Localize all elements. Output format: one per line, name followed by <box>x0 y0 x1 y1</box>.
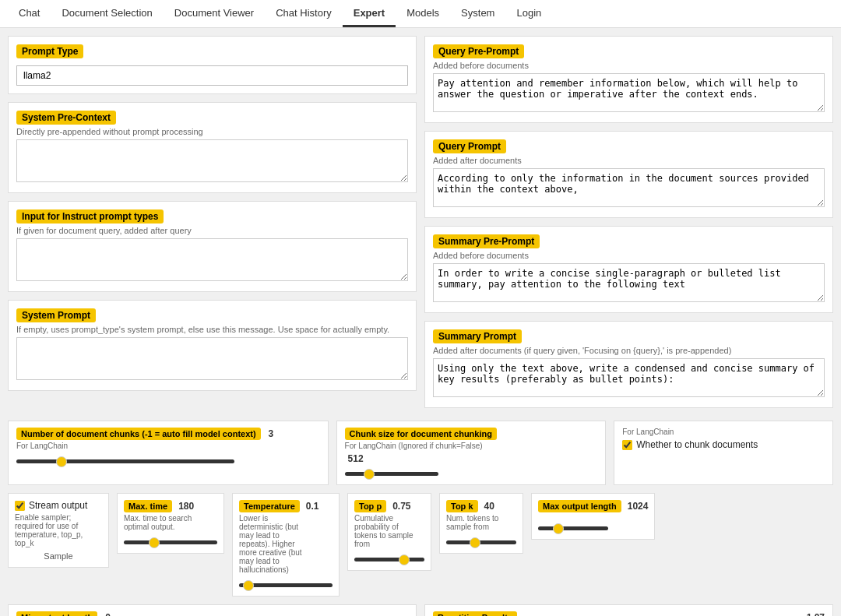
query-pre-prompt-label: Query Pre-Prompt <box>433 44 524 58</box>
temperature-label: Temperature <box>239 500 300 512</box>
system-pre-context-input[interactable] <box>16 139 408 182</box>
summary-prompt-label: Summary Prompt <box>433 329 522 343</box>
system-pre-context-section: System Pre-Context Directly pre-appended… <box>8 102 417 193</box>
chunk-size-label: Chunk size for document chunking <box>345 428 497 440</box>
langchain-chunk-checkbox[interactable] <box>622 440 632 450</box>
top-p-value: 0.75 <box>392 501 410 512</box>
max-output-section: Max output length 1024 <box>531 493 655 540</box>
nav-chat[interactable]: Chat <box>8 1 51 27</box>
system-prompt-input[interactable] <box>16 337 408 380</box>
max-output-slider[interactable] <box>538 526 608 530</box>
left-panel: Prompt Type llama2 System Pre-Context Di… <box>8 36 417 408</box>
summary-pre-prompt-label: Summary Pre-Prompt <box>433 234 540 248</box>
doc-chunks-section: Number of document chunks (-1 = auto fil… <box>8 421 329 485</box>
prompt-type-section: Prompt Type llama2 <box>8 36 417 94</box>
system-pre-context-label: System Pre-Context <box>16 111 116 125</box>
nav-models[interactable]: Models <box>396 1 450 27</box>
doc-chunks-label: Number of document chunks (-1 = auto fil… <box>16 428 261 440</box>
top-k-section: Top k 40 Num. tokens to sample from <box>439 493 523 554</box>
query-prompt-label: Query Prompt <box>433 139 506 153</box>
chunk-size-section: Chunk size for document chunking For Lan… <box>336 421 607 485</box>
nav-document-selection[interactable]: Document Selection <box>51 1 163 27</box>
query-pre-prompt-sub: Added before documents <box>433 61 825 70</box>
stream-output-label: Stream output <box>29 500 87 511</box>
doc-chunks-value: 3 <box>269 428 274 439</box>
rep-penalty-section: Repetition Penalty 1.07 <box>424 604 833 616</box>
system-prompt-section: System Prompt If empty, uses prompt_type… <box>8 300 417 391</box>
summary-prompt-sub: Added after documents (if query given, '… <box>433 346 825 355</box>
langchain-chunk-checkbox-group: Whether to chunk documents <box>622 439 825 450</box>
min-output-label: Min output length <box>16 611 97 616</box>
stream-output-checkbox[interactable] <box>15 501 25 511</box>
query-prompt-input[interactable] <box>433 168 825 207</box>
right-panel: Query Pre-Prompt Added before documents … <box>424 36 833 408</box>
input-instruct-input[interactable] <box>16 238 408 281</box>
top-p-label: Top p <box>354 500 386 512</box>
stream-output-sub: Enable sampler; required for use of temp… <box>15 513 100 547</box>
top-k-label: Top k <box>446 500 478 512</box>
langchain-chunk-checkbox-label: Whether to chunk documents <box>636 439 758 450</box>
min-output-section: Min output length 0 <box>8 604 417 616</box>
summary-pre-prompt-section: Summary Pre-Prompt Added before document… <box>424 226 833 313</box>
chunk-size-value: 512 <box>348 453 364 464</box>
query-prompt-sub: Added after documents <box>433 156 825 165</box>
summary-prompt-section: Summary Prompt Added after documents (if… <box>424 321 833 408</box>
nav-login[interactable]: Login <box>505 1 552 27</box>
prompt-type-select[interactable]: llama2 <box>16 65 408 86</box>
bottom-row2: Stream output Enable sampler; required f… <box>0 490 841 601</box>
doc-chunks-slider[interactable] <box>16 459 234 463</box>
max-time-label: Max. time <box>124 500 172 512</box>
min-output-value: 0 <box>105 612 111 616</box>
max-time-value: 180 <box>178 501 194 512</box>
max-output-label: Max output length <box>538 500 621 512</box>
bottom-row1: Number of document chunks (-1 = auto fil… <box>0 416 841 490</box>
langchain-label: For LangChain <box>622 428 825 436</box>
summary-prompt-input[interactable] <box>433 358 825 397</box>
max-time-section: Max. time 180 Max. time to search optima… <box>117 493 224 554</box>
nav-expert[interactable]: Expert <box>343 1 396 27</box>
top-p-section: Top p 0.75 Cumulative probability of tok… <box>347 493 431 571</box>
query-pre-prompt-input[interactable] <box>433 73 825 112</box>
top-k-sub: Num. tokens to sample from <box>446 514 508 531</box>
stream-output-sub2: Sample <box>15 551 102 561</box>
max-time-sub: Max. time to search optimal output. <box>124 514 194 531</box>
temperature-section: Temperature 0.1 Lower is deterministic (… <box>232 493 340 597</box>
system-prompt-label: System Prompt <box>16 308 96 322</box>
top-k-value: 40 <box>484 501 494 512</box>
stream-output-section: Stream output Enable sampler; required f… <box>8 493 109 568</box>
bottom-row3: Min output length 0 Repetition Penalty 1… <box>0 601 841 616</box>
temperature-value: 0.1 <box>306 501 319 512</box>
top-p-sub: Cumulative probability of tokens to samp… <box>354 514 417 548</box>
query-pre-prompt-section: Query Pre-Prompt Added before documents <box>424 36 833 123</box>
main-content: Prompt Type llama2 System Pre-Context Di… <box>0 28 841 416</box>
temperature-slider[interactable] <box>239 583 333 587</box>
top-k-slider[interactable] <box>446 540 516 544</box>
input-instruct-section: Input for Instruct prompt types If given… <box>8 201 417 292</box>
chunk-size-slider[interactable] <box>345 472 438 476</box>
nav-system[interactable]: System <box>450 1 505 27</box>
max-time-slider[interactable] <box>124 540 217 544</box>
max-output-value: 1024 <box>628 501 649 512</box>
query-prompt-section: Query Prompt Added after documents <box>424 131 833 218</box>
nav-document-viewer[interactable]: Document Viewer <box>164 1 265 27</box>
summary-pre-prompt-sub: Added before documents <box>433 251 825 260</box>
stream-output-group: Stream output <box>15 500 102 511</box>
system-pre-context-sub: Directly pre-appended without prompt pro… <box>16 127 408 136</box>
doc-chunks-sub: For LangChain <box>16 442 320 450</box>
chunk-size-sub: For LangChain (Ignored if chunk=False) <box>345 442 598 450</box>
input-instruct-sub: If given for document query, added after… <box>16 226 408 235</box>
langchain-chunk-section: For LangChain Whether to chunk documents <box>614 421 833 485</box>
input-instruct-label: Input for Instruct prompt types <box>16 209 164 224</box>
nav-chat-history[interactable]: Chat History <box>265 1 343 27</box>
rep-penalty-label: Repetition Penalty <box>433 611 517 616</box>
system-prompt-sub: If empty, uses prompt_type's system prom… <box>16 325 408 334</box>
rep-penalty-value: 1.07 <box>807 612 825 616</box>
prompt-type-label: Prompt Type <box>16 44 83 58</box>
summary-pre-prompt-input[interactable] <box>433 263 825 302</box>
top-p-slider[interactable] <box>354 558 424 561</box>
temperature-sub: Lower is deterministic (but may lead to … <box>239 514 309 574</box>
nav-bar: Chat Document Selection Document Viewer … <box>0 0 841 28</box>
